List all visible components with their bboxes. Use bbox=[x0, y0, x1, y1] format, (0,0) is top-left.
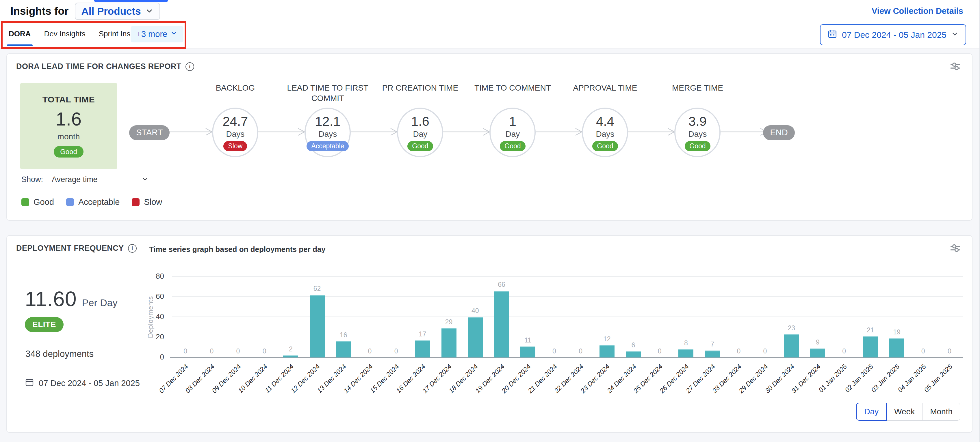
product-selector[interactable]: All Products bbox=[75, 3, 160, 20]
x-axis-label-text: 03 Jan 2025 bbox=[870, 363, 901, 394]
stage-circle: 3.9DaysGood bbox=[675, 108, 721, 157]
deployment-bar[interactable] bbox=[336, 341, 351, 358]
stage-label: MERGE TIME bbox=[654, 83, 741, 106]
info-icon[interactable]: i bbox=[186, 62, 194, 71]
total-time-value: 1.6 bbox=[56, 108, 81, 130]
flow-arrow-icon bbox=[719, 128, 768, 137]
stage-unit: Days bbox=[596, 130, 614, 139]
deployment-bar[interactable] bbox=[494, 291, 509, 358]
deployment-bar[interactable] bbox=[283, 355, 298, 358]
elite-badge: ELITE bbox=[25, 317, 64, 332]
tabs-container: DORADev InsightsSprint Insights bbox=[8, 20, 147, 49]
chart-settings-icon[interactable] bbox=[950, 243, 961, 254]
legend-swatch bbox=[132, 198, 140, 206]
stage-backlog: BACKLOG24.7DaysSlow bbox=[189, 83, 282, 157]
legend-swatch bbox=[21, 198, 29, 206]
stage-status-pill: Good bbox=[685, 141, 710, 151]
x-axis-label-text: 04 Jan 2025 bbox=[896, 363, 928, 394]
deployment-bar[interactable] bbox=[600, 345, 614, 358]
deployment-frequency-panel: DEPLOYMENT FREQUENCY i Time series graph… bbox=[6, 235, 972, 433]
bar-value-label: 0 bbox=[395, 347, 398, 355]
deployment-bar[interactable] bbox=[468, 317, 483, 358]
y-tick-label: 0 bbox=[146, 353, 164, 361]
deployment-bar[interactable] bbox=[705, 350, 720, 358]
stage-status-pill: Acceptable bbox=[307, 141, 349, 151]
total-time-card: TOTAL TIME 1.6 month Good bbox=[20, 83, 117, 170]
bar-value-label: 0 bbox=[368, 347, 372, 355]
deployment-bar[interactable] bbox=[520, 347, 535, 358]
calendar-icon bbox=[827, 29, 837, 41]
date-range-picker[interactable]: 07 Dec 2024 - 05 Jan 2025 bbox=[820, 24, 966, 45]
show-dropdown[interactable]: Show: Average time bbox=[21, 175, 149, 184]
deployment-bar[interactable] bbox=[415, 341, 430, 358]
bar-value-label: 8 bbox=[684, 339, 688, 347]
gridline bbox=[172, 296, 963, 297]
stage-status-pill: Good bbox=[592, 141, 618, 151]
chart-settings-icon[interactable] bbox=[950, 62, 961, 73]
chevron-down-icon bbox=[951, 30, 959, 40]
stage-circle: 4.4DaysGood bbox=[582, 108, 628, 157]
legend-swatch bbox=[66, 198, 74, 206]
view-toggle-group: DayWeekMonth bbox=[856, 403, 960, 421]
bar-value-label: 0 bbox=[552, 347, 556, 355]
stage-value: 1 bbox=[509, 114, 516, 129]
cropped-element-artifact bbox=[94, 0, 168, 2]
stage-approval-time: APPROVAL TIME4.4DaysGood bbox=[559, 83, 651, 157]
y-tick-label: 80 bbox=[146, 272, 164, 281]
deployment-bar[interactable] bbox=[441, 328, 457, 358]
show-label: Show: bbox=[21, 175, 43, 184]
bar-value-label: 29 bbox=[445, 318, 453, 326]
gridline bbox=[172, 276, 963, 277]
stage-circle: 24.7DaysSlow bbox=[212, 108, 258, 157]
tab-dev-insights[interactable]: Dev Insights bbox=[44, 20, 86, 49]
chevron-down-icon bbox=[145, 6, 154, 16]
y-tick-label: 20 bbox=[146, 333, 164, 341]
stage-lead-time-to-first-commit: LEAD TIME TO FIRST COMMIT12.1DaysAccepta… bbox=[282, 83, 374, 157]
stage-value: 4.4 bbox=[596, 114, 614, 129]
deployment-bar[interactable] bbox=[310, 295, 325, 358]
bar-value-label: 0 bbox=[183, 347, 187, 355]
stage-label: APPROVAL TIME bbox=[562, 83, 648, 106]
bar-value-label: 0 bbox=[236, 347, 240, 355]
deployment-rate-value: 11.60 bbox=[25, 287, 77, 311]
deployment-bar[interactable] bbox=[889, 338, 904, 358]
lead-time-flow: TOTAL TIME 1.6 month Good STARTBACKLOG24… bbox=[20, 83, 963, 170]
bar-value-label: 0 bbox=[948, 347, 951, 355]
view-toggle-day[interactable]: Day bbox=[856, 403, 887, 421]
lead-time-panel-header: DORA LEAD TIME FOR CHANGES REPORT i bbox=[16, 62, 194, 71]
deployment-bar[interactable] bbox=[678, 349, 694, 358]
calendar-icon bbox=[25, 378, 34, 389]
bar-value-label: 62 bbox=[313, 285, 321, 293]
y-tick-label: 40 bbox=[146, 312, 164, 321]
stage-unit: Day bbox=[413, 130, 427, 139]
bar-value-label: 66 bbox=[498, 281, 505, 288]
legend-item-good: Good bbox=[21, 197, 54, 207]
legend-label: Slow bbox=[144, 197, 162, 207]
bar-value-label: 9 bbox=[816, 338, 820, 346]
dora-dashboard: Insights for All Products View Collectio… bbox=[0, 0, 980, 442]
bar-value-label: 0 bbox=[842, 347, 846, 355]
deployment-panel-header: DEPLOYMENT FREQUENCY i bbox=[16, 244, 137, 253]
page-header: Insights for All Products bbox=[10, 3, 160, 20]
total-time-label: TOTAL TIME bbox=[43, 95, 95, 105]
info-icon[interactable]: i bbox=[128, 244, 137, 253]
deployment-bar[interactable] bbox=[810, 349, 825, 358]
tabs-more-button[interactable]: +3 more bbox=[130, 26, 183, 43]
tab-dora[interactable]: DORA bbox=[8, 20, 32, 49]
deployment-date-range: 07 Dec 2024 - 05 Jan 2025 bbox=[25, 378, 140, 389]
stage-label: LEAD TIME TO FIRST COMMIT bbox=[284, 83, 371, 106]
stage-unit: Days bbox=[226, 130, 244, 139]
bar-value-label: 0 bbox=[579, 347, 582, 355]
deployment-bar[interactable] bbox=[626, 352, 641, 358]
view-toggle-month[interactable]: Month bbox=[923, 403, 960, 421]
deployment-bar[interactable] bbox=[784, 334, 799, 358]
view-collection-details-link[interactable]: View Collection Details bbox=[872, 6, 963, 16]
flow-row: STARTBACKLOG24.7DaysSlowLEAD TIME TO FIR… bbox=[129, 83, 795, 157]
view-toggle-week[interactable]: Week bbox=[887, 403, 923, 421]
legend-label: Good bbox=[33, 197, 54, 207]
deployment-bar[interactable] bbox=[863, 336, 878, 358]
bar-value-label: 2 bbox=[289, 345, 293, 353]
stage-value: 3.9 bbox=[689, 114, 707, 129]
stage-circle: 1.6DayGood bbox=[397, 108, 443, 157]
deployment-chart-plot: Deployments 020406080007 Dec 2024008 Dec… bbox=[172, 277, 963, 358]
